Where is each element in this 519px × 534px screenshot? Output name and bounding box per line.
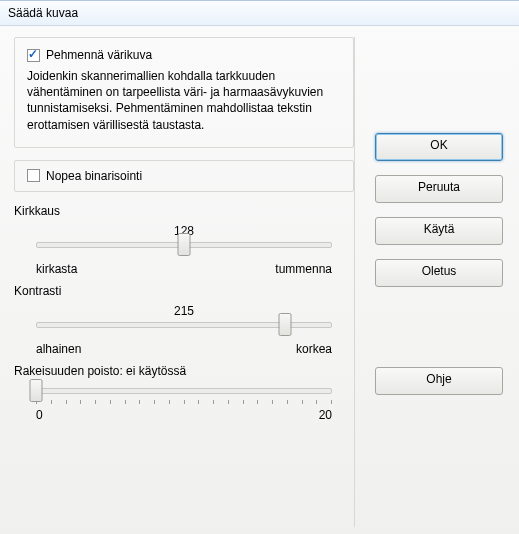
contrast-right-label: korkea bbox=[296, 342, 332, 356]
grain-ticks bbox=[36, 400, 332, 404]
contrast-thumb[interactable] bbox=[278, 313, 291, 336]
brightness-block: Kirkkaus 128 kirkasta tummenna bbox=[14, 204, 354, 276]
dialog-window: Säädä kuvaa Pehmennä värikuva Joidenkin … bbox=[0, 0, 519, 534]
brightness-right-label: tummenna bbox=[275, 262, 332, 276]
cancel-button[interactable]: Peruuta bbox=[375, 175, 503, 203]
smooth-checkbox-row[interactable]: Pehmennä värikuva bbox=[27, 48, 341, 62]
help-button[interactable]: Ohje bbox=[375, 367, 503, 395]
grain-slider[interactable] bbox=[36, 388, 332, 394]
brightness-title: Kirkkaus bbox=[14, 204, 354, 218]
fastbin-checkbox-row[interactable]: Nopea binarisointi bbox=[27, 169, 341, 183]
smooth-group: Pehmennä värikuva Joidenkin skannerimall… bbox=[14, 37, 354, 148]
window-title: Säädä kuvaa bbox=[8, 6, 78, 20]
grain-block: Rakeisuuden poisto: ei käytössä 0 20 bbox=[14, 364, 354, 422]
fastbin-group: Nopea binarisointi bbox=[14, 160, 354, 192]
button-column: OK Peruuta Käytä Oletus Ohje bbox=[375, 133, 505, 409]
content-area: Pehmennä värikuva Joidenkin skannerimall… bbox=[0, 25, 519, 534]
smooth-checkbox[interactable] bbox=[27, 49, 40, 62]
fastbin-checkbox[interactable] bbox=[27, 169, 40, 182]
grain-left-label: 0 bbox=[36, 408, 43, 422]
grain-thumb[interactable] bbox=[30, 379, 43, 402]
contrast-slider[interactable] bbox=[36, 322, 332, 328]
contrast-value: 215 bbox=[14, 304, 354, 318]
brightness-left-label: kirkasta bbox=[36, 262, 77, 276]
contrast-title: Kontrasti bbox=[14, 284, 354, 298]
default-button[interactable]: Oletus bbox=[375, 259, 503, 287]
ok-button[interactable]: OK bbox=[375, 133, 503, 161]
brightness-thumb[interactable] bbox=[178, 233, 191, 256]
contrast-left-label: alhainen bbox=[36, 342, 81, 356]
apply-button[interactable]: Käytä bbox=[375, 217, 503, 245]
fastbin-checkbox-label: Nopea binarisointi bbox=[46, 169, 142, 183]
smooth-checkbox-label: Pehmennä värikuva bbox=[46, 48, 152, 62]
brightness-slider[interactable] bbox=[36, 242, 332, 248]
grain-right-label: 20 bbox=[319, 408, 332, 422]
left-panel: Pehmennä värikuva Joidenkin skannerimall… bbox=[14, 37, 355, 527]
contrast-block: Kontrasti 215 alhainen korkea bbox=[14, 284, 354, 356]
titlebar: Säädä kuvaa bbox=[0, 1, 519, 26]
smooth-description: Joidenkin skannerimallien kohdalla tarkk… bbox=[27, 68, 341, 133]
grain-title: Rakeisuuden poisto: ei käytössä bbox=[14, 364, 354, 378]
